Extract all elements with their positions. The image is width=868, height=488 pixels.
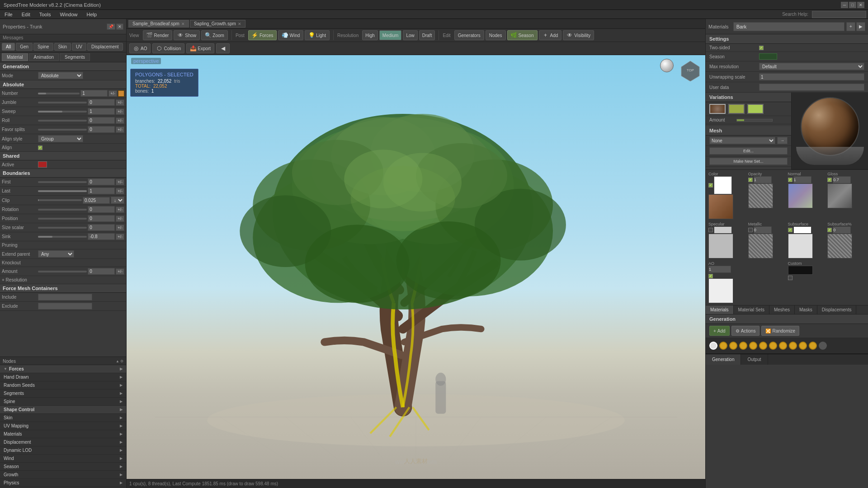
make-new-set-button[interactable]: Make New Set... <box>709 158 788 165</box>
menu-window[interactable]: Window <box>57 11 80 18</box>
active-color-swatch[interactable] <box>38 161 47 168</box>
rb-tab-material-sets[interactable]: Material Sets <box>734 305 769 314</box>
segments-item[interactable]: Segments ▶ <box>0 389 126 398</box>
mesh-arrow-button[interactable]: → <box>777 137 788 144</box>
hand-drawn-item[interactable]: Hand Drawn ▶ <box>0 373 126 381</box>
roll-input[interactable] <box>88 117 115 124</box>
tab-displacement[interactable]: Displacement <box>87 43 123 51</box>
export-button[interactable]: 📤 Export <box>186 43 214 53</box>
back-button[interactable]: ◀ <box>216 43 230 53</box>
dynamic-lod-item[interactable]: Dynamic LOD ▶ <box>0 446 126 455</box>
roll-pm-button[interactable]: +/- <box>116 117 124 124</box>
include-input[interactable] <box>38 294 92 300</box>
file-tab-broadleaf[interactable]: Sample_Broadleaf.spm ✕ <box>128 20 189 28</box>
gen-dot-5[interactable] <box>749 342 757 350</box>
number-pm-button[interactable]: +/- <box>108 90 117 97</box>
sweep-pm-button[interactable]: +/- <box>116 108 124 115</box>
sink-input[interactable] <box>88 233 115 240</box>
edit-button[interactable]: Edit... <box>709 147 788 155</box>
gen-dot-12[interactable] <box>819 342 827 350</box>
gen-dot-8[interactable] <box>779 342 787 350</box>
menu-edit[interactable]: Edit <box>19 11 33 18</box>
gen-actions-button[interactable]: ⚙ Actions <box>731 326 760 336</box>
wind-button[interactable]: 💨 Wind <box>278 30 303 40</box>
material-add-button[interactable]: + <box>846 22 855 31</box>
clip-input[interactable] <box>83 197 110 204</box>
rotation-pm[interactable]: +/- <box>116 206 124 213</box>
file-tab-sapling[interactable]: Sapling_Growth.spm ✕ <box>190 20 245 28</box>
gloss-checkbox[interactable]: ✓ <box>827 178 832 182</box>
knockout-amount-pm[interactable]: +/- <box>116 268 124 275</box>
ao-value-input[interactable] <box>708 266 731 273</box>
clip-select[interactable]: ↓ <box>111 197 124 204</box>
rb-tab-displacements[interactable]: Displacements <box>817 305 857 314</box>
gen-dot-7[interactable] <box>769 342 777 350</box>
panel-collapse-arrow[interactable]: ▲ <box>116 359 119 363</box>
max-resolution-select[interactable]: Default <box>759 63 864 70</box>
menu-tools[interactable]: Tools <box>37 11 54 18</box>
mesh-select[interactable]: None <box>709 137 775 144</box>
first-pm[interactable]: +/- <box>116 179 124 185</box>
tab-spine[interactable]: Spine <box>33 43 53 51</box>
subtab-animation[interactable]: Animation <box>29 53 59 61</box>
number-input[interactable] <box>80 90 108 97</box>
subsurface-checkbox[interactable]: ✓ <box>788 228 793 232</box>
last-input[interactable] <box>88 188 115 194</box>
gen-dot-1[interactable] <box>709 342 717 350</box>
color-checkbox[interactable]: ✓ <box>708 183 713 188</box>
render-button[interactable]: 🎬 Render <box>143 30 173 40</box>
help-search[interactable] <box>812 11 866 18</box>
collision-button[interactable]: ⬡ Collision <box>152 43 184 53</box>
gen-dot-11[interactable] <box>809 342 817 350</box>
metallic-input[interactable] <box>754 226 772 234</box>
subsurface-pct-checkbox[interactable]: ✓ <box>827 228 832 232</box>
displacement-item[interactable]: Displacement ▶ <box>0 438 126 446</box>
position-pm[interactable]: +/- <box>116 216 124 222</box>
knockout-amount-input[interactable] <box>88 268 115 275</box>
res-medium-button[interactable]: Medium <box>379 30 402 40</box>
uv-mapping-item[interactable]: UV Mapping ▶ <box>0 422 126 430</box>
rotation-input[interactable] <box>88 206 115 213</box>
add-button[interactable]: + Add <box>539 30 562 40</box>
file-tab-broadleaf-close[interactable]: ✕ <box>181 22 185 26</box>
physics-item[interactable]: Physics ▶ <box>0 479 126 487</box>
skin-item[interactable]: Skin ▶ <box>0 414 126 422</box>
close-button[interactable]: ✕ <box>857 2 864 8</box>
align-checkbox[interactable]: ✓ <box>38 145 42 150</box>
nav-cube[interactable]: TOP <box>679 59 702 81</box>
rb-tab-materials[interactable]: Materials <box>706 305 734 314</box>
generators-button[interactable]: Generators <box>454 30 484 40</box>
subtab-material[interactable]: Material <box>2 53 28 61</box>
unwrapping-scale-input[interactable] <box>759 73 864 80</box>
sweep-input[interactable] <box>88 108 115 115</box>
zoom-button[interactable]: 🔍 Zoom <box>201 30 228 40</box>
jumble-pm-button[interactable]: +/- <box>116 99 124 106</box>
light-button[interactable]: 💡 Light <box>305 30 330 40</box>
first-input[interactable] <box>88 178 115 185</box>
tab-skin[interactable]: Skin <box>54 43 71 51</box>
tab-gen[interactable]: Gen <box>16 43 33 51</box>
panel-pin-button[interactable]: 📌 <box>107 23 115 30</box>
spine-item[interactable]: Spine ▶ <box>0 398 126 406</box>
two-sided-checkbox[interactable]: ✓ <box>759 46 764 50</box>
custom-checkbox[interactable] <box>788 276 793 280</box>
subsurface-pct-input[interactable] <box>833 226 851 234</box>
tab-all[interactable]: All <box>2 43 15 51</box>
last-pm[interactable]: +/- <box>116 188 124 194</box>
viewport[interactable]: perspective POLYGONS - SELECTED branches… <box>127 55 705 479</box>
out-tab-output[interactable]: Output <box>741 354 768 365</box>
rb-tab-meshes[interactable]: Meshes <box>769 305 795 314</box>
position-input[interactable] <box>88 215 115 222</box>
panel-settings-arrow[interactable]: ⚙ <box>120 359 123 363</box>
gen-dot-2[interactable] <box>719 342 727 350</box>
ao-button[interactable]: ◎ AO <box>129 43 151 53</box>
opacity-input[interactable] <box>754 176 772 183</box>
gloss-input[interactable] <box>833 176 851 183</box>
specular-checkbox[interactable] <box>708 228 713 232</box>
sink-pm[interactable]: +/- <box>116 234 124 240</box>
material-arrow-button[interactable]: ▶ <box>856 22 865 31</box>
normal-input[interactable] <box>793 176 811 183</box>
jumble-input[interactable] <box>88 99 115 106</box>
mode-select[interactable]: Absolute <box>38 72 83 79</box>
gen-dot-9[interactable] <box>789 342 797 350</box>
